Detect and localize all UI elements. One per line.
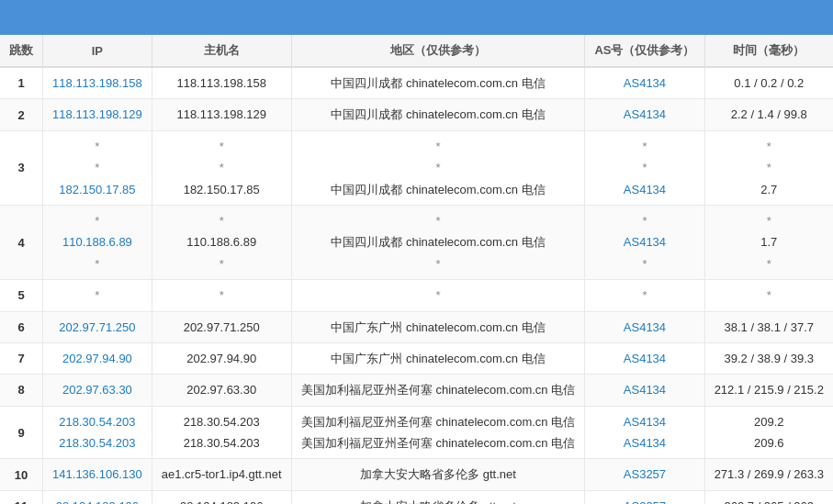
ip-link[interactable]: 202.97.63.30 bbox=[62, 383, 132, 397]
ip-link[interactable]: 202.97.71.250 bbox=[59, 320, 135, 334]
hop-cell: 3 bbox=[0, 130, 43, 205]
as-cell[interactable]: *AS4134* bbox=[585, 205, 704, 279]
as-cell[interactable]: AS3257 bbox=[585, 490, 704, 504]
col-hop: 跳数 bbox=[0, 35, 43, 67]
cell: **2.7 bbox=[704, 130, 833, 205]
cell: * bbox=[291, 280, 585, 311]
ip-cell[interactable]: 118.113.198.129 bbox=[43, 99, 152, 130]
ip-link[interactable]: 218.30.54.203 bbox=[59, 415, 135, 429]
table-row: 4*110.188.6.89**110.188.6.89**中国四川成都 chi… bbox=[0, 205, 833, 279]
table-row: 10141.136.106.130ae1.cr5-tor1.ip4.gtt.ne… bbox=[0, 459, 833, 490]
ip-cell[interactable]: 141.136.106.130 bbox=[43, 459, 152, 490]
ip-link[interactable]: 182.150.17.85 bbox=[59, 183, 135, 196]
as-cell[interactable]: **AS4134 bbox=[585, 130, 704, 205]
col-region: 地区（仅供参考） bbox=[291, 35, 585, 67]
ip-link[interactable]: 202.97.94.90 bbox=[62, 352, 132, 365]
as-cell[interactable]: AS4134 bbox=[585, 67, 704, 99]
table-row: 5***** bbox=[0, 280, 833, 311]
hop-cell: 6 bbox=[0, 311, 43, 342]
cell: 38.1 / 38.1 / 37.7 bbox=[704, 311, 833, 342]
as-cell[interactable]: AS4134 bbox=[585, 342, 704, 374]
ip-cell[interactable]: 202.97.94.90 bbox=[43, 342, 152, 374]
ip-link[interactable]: 110.188.6.89 bbox=[62, 235, 132, 249]
as-cell[interactable]: AS4134 bbox=[585, 311, 704, 342]
ip-link[interactable]: 218.30.54.203 bbox=[59, 436, 135, 450]
table-row: 6202.97.71.250202.97.71.250中国广东广州 chinat… bbox=[0, 311, 833, 342]
hop-cell: 7 bbox=[0, 342, 43, 374]
cell: 2.2 / 1.4 / 99.8 bbox=[704, 99, 833, 130]
cell: **182.150.17.85 bbox=[152, 130, 291, 205]
cell: ae1.cr5-tor1.ip4.gtt.net bbox=[152, 459, 291, 490]
cell: 39.2 / 38.9 / 39.3 bbox=[704, 342, 833, 374]
as-link[interactable]: AS4134 bbox=[624, 415, 666, 429]
table-row: 8202.97.63.30202.97.63.30美国加利福尼亚州圣何塞 chi… bbox=[0, 375, 833, 406]
as-cell[interactable]: AS4134 bbox=[585, 99, 704, 130]
table-row: 1198.124.183.10698.124.183.106加拿大安大略省多伦多… bbox=[0, 490, 833, 504]
cell: * bbox=[152, 280, 291, 311]
top-bar bbox=[0, 0, 833, 35]
cell: 209.2209.6 bbox=[704, 406, 833, 459]
table-row: 7202.97.94.90202.97.94.90中国广东广州 chinatel… bbox=[0, 342, 833, 374]
hop-cell: 9 bbox=[0, 406, 43, 459]
ip-link[interactable]: 98.124.183.106 bbox=[56, 499, 139, 504]
as-cell[interactable]: AS3257 bbox=[585, 459, 704, 490]
cell: *中国四川成都 chinatelecom.com.cn 电信* bbox=[291, 205, 585, 279]
cell: **中国四川成都 chinatelecom.com.cn 电信 bbox=[291, 130, 585, 205]
cell: *1.7* bbox=[704, 205, 833, 279]
cell: 218.30.54.203218.30.54.203 bbox=[152, 406, 291, 459]
ip-cell[interactable]: 202.97.63.30 bbox=[43, 375, 152, 406]
cell: 202.97.71.250 bbox=[152, 311, 291, 342]
as-link[interactable]: AS4134 bbox=[624, 235, 666, 249]
ip-cell[interactable]: *110.188.6.89* bbox=[43, 205, 152, 279]
cell: 271.3 / 269.9 / 263.3 bbox=[704, 459, 833, 490]
col-hostname: 主机名 bbox=[152, 35, 291, 67]
cell: 0.1 / 0.2 / 0.2 bbox=[704, 67, 833, 99]
cell: 118.113.198.129 bbox=[152, 99, 291, 130]
cell: 加拿大安大略省多伦多 gtt.net bbox=[291, 459, 585, 490]
cell: 中国广东广州 chinatelecom.com.cn 电信 bbox=[291, 311, 585, 342]
cell: 202.97.63.30 bbox=[152, 375, 291, 406]
cell: 中国广东广州 chinatelecom.com.cn 电信 bbox=[291, 342, 585, 374]
hop-cell: 11 bbox=[0, 490, 43, 504]
hop-cell: 1 bbox=[0, 67, 43, 99]
as-link[interactable]: AS4134 bbox=[624, 107, 666, 121]
table-row: 3**182.150.17.85**182.150.17.85**中国四川成都 … bbox=[0, 130, 833, 205]
ip-cell[interactable]: * bbox=[43, 280, 152, 311]
table-row: 2118.113.198.129118.113.198.129中国四川成都 ch… bbox=[0, 99, 833, 130]
as-link[interactable]: AS4134 bbox=[624, 76, 666, 90]
as-cell[interactable]: AS4134AS4134 bbox=[585, 406, 704, 459]
ip-cell[interactable]: 118.113.198.158 bbox=[43, 67, 152, 99]
hop-cell: 10 bbox=[0, 459, 43, 490]
ip-cell[interactable]: 202.97.71.250 bbox=[43, 311, 152, 342]
cell: 98.124.183.106 bbox=[152, 490, 291, 504]
as-cell[interactable]: * bbox=[585, 280, 704, 311]
cell: 中国四川成都 chinatelecom.com.cn 电信 bbox=[291, 67, 585, 99]
hop-cell: 8 bbox=[0, 375, 43, 406]
cell: 美国加利福尼亚州圣何塞 chinatelecom.com.cn 电信 bbox=[291, 375, 585, 406]
as-link[interactable]: AS4134 bbox=[624, 436, 666, 450]
table-row: 1118.113.198.158118.113.198.158中国四川成都 ch… bbox=[0, 67, 833, 99]
as-link[interactable]: AS3257 bbox=[624, 467, 666, 481]
as-link[interactable]: AS4134 bbox=[624, 183, 666, 196]
ip-link[interactable]: 118.113.198.158 bbox=[52, 76, 142, 90]
cell: 212.1 / 215.9 / 215.2 bbox=[704, 375, 833, 406]
as-link[interactable]: AS4134 bbox=[624, 352, 666, 365]
as-link[interactable]: AS4134 bbox=[624, 383, 666, 397]
ip-cell[interactable]: **182.150.17.85 bbox=[43, 130, 152, 205]
as-cell[interactable]: AS4134 bbox=[585, 375, 704, 406]
cell: 中国四川成都 chinatelecom.com.cn 电信 bbox=[291, 99, 585, 130]
traceroute-table: 跳数 IP 主机名 地区（仅供参考） AS号（仅供参考） 时间（毫秒） 1118… bbox=[0, 35, 833, 504]
as-link[interactable]: AS3257 bbox=[624, 499, 666, 504]
ip-link[interactable]: 141.136.106.130 bbox=[52, 467, 142, 481]
col-as: AS号（仅供参考） bbox=[585, 35, 704, 67]
col-ip: IP bbox=[43, 35, 152, 67]
ip-cell[interactable]: 218.30.54.203218.30.54.203 bbox=[43, 406, 152, 459]
col-time: 时间（毫秒） bbox=[704, 35, 833, 67]
cell: 118.113.198.158 bbox=[152, 67, 291, 99]
cell: 加拿大安大略省多伦多 gtt.net bbox=[291, 490, 585, 504]
cell: 260.7 / 265 / 262 bbox=[704, 490, 833, 504]
cell: *110.188.6.89* bbox=[152, 205, 291, 279]
ip-cell[interactable]: 98.124.183.106 bbox=[43, 490, 152, 504]
as-link[interactable]: AS4134 bbox=[624, 320, 666, 334]
ip-link[interactable]: 118.113.198.129 bbox=[52, 107, 142, 121]
